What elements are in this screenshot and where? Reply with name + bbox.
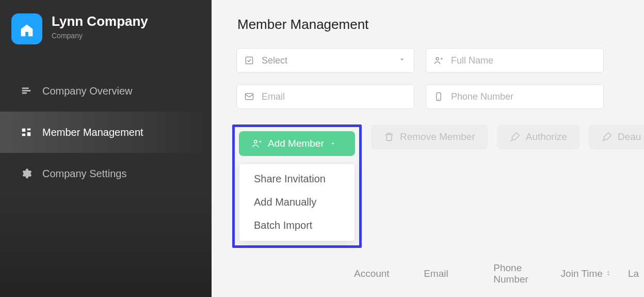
svg-rect-0 bbox=[246, 57, 252, 64]
sidebar-item-overview[interactable]: Company Overview bbox=[0, 70, 212, 112]
authorize-button[interactable]: Authorize bbox=[497, 124, 579, 149]
add-member-button[interactable]: Add Member bbox=[239, 131, 355, 156]
sidebar-item-label: Company Settings bbox=[42, 168, 126, 180]
app-root: Lynn Company Company Company Overview Me… bbox=[0, 0, 644, 297]
menu-add-manually[interactable]: Add Manually bbox=[245, 196, 349, 208]
filter-fullname[interactable] bbox=[426, 48, 604, 73]
email-input[interactable] bbox=[262, 85, 407, 108]
action-bar: Add Member Share Invitation Add Manually… bbox=[236, 124, 644, 248]
sidebar-item-label: Member Management bbox=[42, 127, 143, 138]
th-email[interactable]: Email bbox=[420, 268, 489, 279]
th-last[interactable]: La bbox=[624, 268, 644, 279]
add-member-highlight: Add Member Share Invitation Add Manually… bbox=[232, 124, 362, 248]
main-content: Member Management Select bbox=[212, 0, 644, 297]
sidebar: Lynn Company Company Company Overview Me… bbox=[0, 0, 212, 297]
remove-member-button[interactable]: Remove Member bbox=[371, 124, 488, 149]
select-icon bbox=[244, 55, 254, 66]
th-join-label: Join Time bbox=[561, 268, 603, 279]
authorize-icon bbox=[509, 131, 521, 143]
filter-bar: Select bbox=[236, 48, 644, 109]
svg-rect-4 bbox=[246, 93, 253, 100]
table-row[interactable]: l p 4/20/2023, 8:42:30 P bbox=[236, 285, 644, 297]
add-member-menu: Share Invitation Add Manually Batch Impo… bbox=[239, 163, 355, 241]
menu-share-invitation[interactable]: Share Invitation bbox=[245, 173, 349, 185]
filter-email[interactable] bbox=[236, 84, 414, 109]
menu-batch-import[interactable]: Batch Import bbox=[245, 220, 349, 231]
person-icon bbox=[433, 55, 444, 66]
overview-icon bbox=[21, 85, 32, 97]
members-icon bbox=[21, 127, 32, 138]
remove-member-label: Remove Member bbox=[400, 131, 475, 143]
th-account[interactable]: Account bbox=[350, 268, 420, 279]
trash-icon bbox=[383, 131, 395, 143]
filter-phone[interactable] bbox=[426, 84, 604, 109]
deauthorize-icon bbox=[601, 131, 613, 143]
settings-icon bbox=[21, 168, 32, 179]
company-name: Lynn Company bbox=[52, 13, 148, 29]
members-table: Account Email Phone Number Join Time La … bbox=[236, 262, 644, 297]
phone-icon bbox=[433, 91, 444, 102]
deauthorize-label: Deau bbox=[618, 131, 641, 143]
sidebar-item-label: Company Overview bbox=[42, 85, 133, 97]
fullname-input[interactable] bbox=[451, 49, 596, 72]
deauthorize-button[interactable]: Deau bbox=[589, 124, 644, 149]
sort-icon bbox=[605, 268, 612, 279]
add-member-label: Add Member bbox=[268, 138, 324, 149]
th-join-time[interactable]: Join Time bbox=[557, 268, 624, 279]
page-title: Member Management bbox=[236, 17, 644, 33]
svg-point-7 bbox=[254, 140, 257, 144]
sidebar-item-members[interactable]: Member Management bbox=[0, 112, 212, 153]
chevron-down-icon bbox=[329, 140, 336, 147]
sidebar-nav: Company Overview Member Management Compa… bbox=[0, 70, 212, 194]
brand-block: Lynn Company Company bbox=[0, 0, 212, 50]
mail-icon bbox=[244, 91, 254, 102]
filter-select-placeholder: Select bbox=[262, 55, 287, 66]
company-subtitle: Company bbox=[52, 32, 148, 40]
brand-logo-icon bbox=[11, 13, 42, 44]
chevron-down-icon bbox=[397, 55, 407, 67]
th-phone[interactable]: Phone Number bbox=[489, 262, 556, 285]
phone-input[interactable] bbox=[451, 85, 596, 108]
svg-point-1 bbox=[436, 57, 439, 60]
add-person-icon bbox=[251, 138, 263, 149]
sidebar-item-settings[interactable]: Company Settings bbox=[0, 153, 212, 194]
table-header-row: Account Email Phone Number Join Time La bbox=[236, 262, 644, 285]
filter-select[interactable]: Select bbox=[236, 48, 414, 73]
authorize-label: Authorize bbox=[526, 131, 567, 143]
brand-text: Lynn Company Company bbox=[52, 13, 148, 40]
